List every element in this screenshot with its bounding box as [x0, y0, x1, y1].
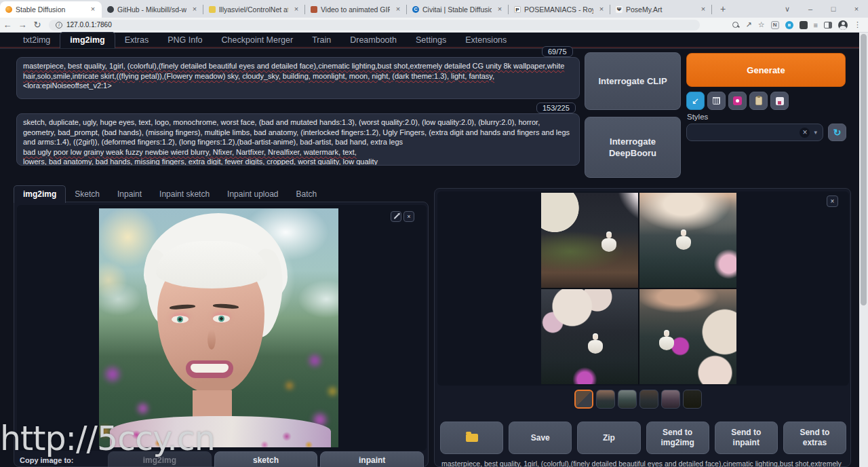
trash-icon	[713, 97, 720, 105]
browser-tab-stable-diffusion[interactable]: Stable Diffusion ×	[0, 1, 102, 18]
save-button[interactable]: Save	[509, 422, 572, 454]
zoom-icon[interactable]	[732, 22, 739, 29]
positive-prompt-input[interactable]: masterpiece, best quality, 1girl, (color…	[16, 57, 580, 99]
tab-close-icon[interactable]: ×	[88, 5, 98, 14]
send-to-inpaint-button[interactable]: Send to inpaint	[715, 422, 778, 454]
interrogate-deepbooru-button[interactable]: Interrogate DeepBooru	[585, 117, 681, 178]
styles-dropdown[interactable]: × ▾	[686, 124, 823, 141]
extensions-puzzle-icon[interactable]	[800, 21, 808, 29]
subtab-inpaint-sketch[interactable]: Inpaint sketch	[151, 186, 218, 203]
remove-image-button[interactable]: ×	[403, 211, 414, 222]
read-generation-params-button[interactable]: ↙	[686, 92, 705, 110]
extension-blue-icon[interactable]	[785, 21, 793, 29]
thumbnail-6[interactable]	[683, 390, 702, 409]
tab-png-info[interactable]: PNG Info	[158, 33, 212, 48]
profile-avatar[interactable]	[838, 20, 848, 30]
tab-dreambooth[interactable]: Dreambooth	[340, 33, 406, 48]
tab-title: Civitai | Stable Diffusion models	[422, 5, 492, 14]
styles-label: Styles	[687, 113, 708, 121]
figure	[659, 331, 674, 352]
gallery-close-button[interactable]: ×	[827, 195, 838, 207]
bookmark-star-icon[interactable]: ☆	[758, 20, 765, 29]
extension-n-icon[interactable]: N	[771, 21, 779, 29]
scrollbar-thumb[interactable]	[861, 34, 867, 305]
extra-networks-button[interactable]	[728, 92, 747, 110]
browser-tab-civitai[interactable]: C Civitai | Stable Diffusion models ×	[407, 1, 509, 18]
subtab-sketch[interactable]: Sketch	[66, 186, 108, 203]
zip-button[interactable]: Zip	[577, 422, 640, 454]
browser-tab-github[interactable]: GitHub - Mikubill/sd-webui-co ×	[102, 1, 203, 18]
tab-txt2img[interactable]: txt2img	[14, 33, 60, 48]
window-maximize-button[interactable]: □	[822, 0, 845, 18]
gallery-image-4[interactable]	[639, 289, 736, 384]
browser-tab-posemaniacs[interactable]: P POSEMANIACS - Royalty free 3 ×	[509, 1, 610, 18]
browser-tab-gif-converter[interactable]: Video to animated GIF converter ×	[305, 1, 407, 18]
tab-train[interactable]: Train	[302, 33, 340, 48]
tab-settings[interactable]: Settings	[406, 33, 456, 48]
copy-to-inpaint-button[interactable]: inpaint	[320, 451, 424, 467]
browser-tab-controlnet[interactable]: lllyasviel/ControlNet at main ×	[203, 1, 305, 18]
reload-button[interactable]: ↻	[30, 20, 45, 30]
negative-prompt-input[interactable]: sketch, duplicate, ugly, huge eyes, text…	[16, 113, 580, 166]
clear-styles-icon[interactable]: ×	[800, 128, 810, 138]
window-close-button[interactable]: ×	[845, 0, 868, 18]
gallery-image-3[interactable]	[541, 289, 638, 384]
main-nav-tabs: txt2img img2img Extras PNG Info Checkpoi…	[0, 33, 868, 49]
side-panel-icon[interactable]	[824, 22, 832, 29]
apply-style-button[interactable]	[749, 92, 768, 110]
send-to-extras-button[interactable]: Send to extras	[783, 422, 846, 454]
thumbnail-2[interactable]	[596, 390, 615, 409]
gallery-grid	[541, 193, 736, 384]
generation-info-text: masterpiece, best quality, 1girl, (color…	[441, 460, 843, 467]
tab-close-icon[interactable]: ×	[495, 5, 505, 14]
gallery-image-1[interactable]	[541, 193, 638, 288]
subtab-inpaint-upload[interactable]: Inpaint upload	[218, 186, 287, 203]
window-minimize-button[interactable]: –	[799, 0, 822, 18]
tab-close-icon[interactable]: ×	[190, 5, 199, 14]
tab-title: lllyasviel/ControlNet at main	[219, 5, 288, 14]
thumbnail-4[interactable]	[639, 390, 658, 409]
new-tab-button[interactable]: +	[716, 3, 730, 16]
tab-close-icon[interactable]: ×	[393, 5, 403, 14]
tab-extras[interactable]: Extras	[115, 33, 158, 48]
tab-checkpoint-merger[interactable]: Checkpoint Merger	[212, 33, 303, 48]
tab-close-icon[interactable]: ×	[597, 5, 606, 14]
subtab-img2img[interactable]: img2img	[14, 185, 66, 203]
forward-button[interactable]: →	[15, 20, 30, 30]
clear-prompt-button[interactable]	[707, 92, 726, 110]
share-icon[interactable]: ↗	[745, 20, 751, 29]
edit-image-button[interactable]	[391, 211, 401, 222]
tab-img2img[interactable]: img2img	[60, 32, 115, 48]
open-folder-button[interactable]	[440, 422, 503, 454]
send-to-img2img-button[interactable]: Send to img2img	[646, 422, 709, 454]
address-bar[interactable]: i 127.0.0.1:7860	[49, 20, 700, 31]
back-button[interactable]: ←	[0, 20, 15, 30]
browser-tab-posemyart[interactable]: Ψ PoseMy.Art ×	[610, 1, 712, 18]
tab-title: Video to animated GIF converter	[321, 5, 390, 14]
img2img-mode-tabs: img2img Sketch Inpaint Inpaint sketch In…	[14, 185, 429, 203]
input-image[interactable]	[99, 208, 338, 447]
tab-close-icon[interactable]: ×	[292, 5, 301, 14]
gradio-favicon	[5, 6, 12, 13]
prompt-tools: ↙	[686, 92, 789, 110]
tab-extensions[interactable]: Extensions	[456, 33, 516, 48]
subtab-inpaint[interactable]: Inpaint	[108, 186, 151, 203]
generate-button[interactable]: Generate	[686, 53, 846, 87]
save-style-button[interactable]	[770, 92, 789, 110]
page-scrollbar[interactable]	[859, 33, 868, 467]
subtab-batch[interactable]: Batch	[288, 186, 326, 203]
refresh-styles-button[interactable]: ↻	[828, 124, 846, 141]
tab-search-chevron-icon[interactable]: ∨	[776, 0, 799, 18]
image-upload-area[interactable]: ×	[17, 205, 427, 451]
tab-close-icon[interactable]: ×	[698, 5, 708, 14]
copy-to-sketch-button[interactable]: sketch	[214, 451, 318, 467]
thumbnail-3[interactable]	[618, 390, 637, 409]
browser-menu-icon[interactable]: ⋮	[854, 20, 861, 29]
thumbnail-5[interactable]	[661, 390, 680, 409]
gallery-image-2[interactable]	[639, 193, 736, 288]
thumbnail-1[interactable]	[574, 390, 593, 409]
site-info-icon[interactable]: i	[56, 22, 62, 29]
tab-title: POSEMANIACS - Royalty free 3	[524, 5, 593, 14]
reading-list-icon[interactable]: ≡	[814, 21, 818, 29]
interrogate-clip-button[interactable]: Interrogate CLIP	[585, 52, 681, 110]
